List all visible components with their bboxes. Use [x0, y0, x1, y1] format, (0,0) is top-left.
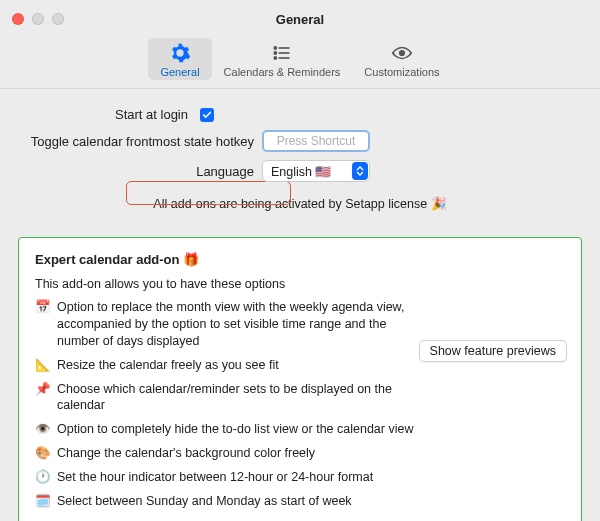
svg-point-0 [274, 47, 276, 49]
list-item: 🗓️Select between Sunday and Monday as st… [35, 493, 415, 510]
pin-icon: 📌 [35, 381, 51, 415]
show-feature-previews-button[interactable]: Show feature previews [419, 340, 567, 362]
svg-point-2 [274, 52, 276, 54]
general-settings-form: Start at login Toggle calendar frontmost… [0, 89, 600, 237]
eye-icon [391, 42, 413, 64]
gear-icon [169, 42, 191, 64]
window-titlebar: General [0, 0, 600, 38]
expert-addon-panel: Expert calendar add-on 🎁 This add-on all… [18, 237, 582, 521]
addon-intro: This add-on allows you to have these opt… [35, 277, 565, 291]
start-at-login-label: Start at login [24, 107, 196, 122]
list-item: 🕐Set the hour indicator between 12-hour … [35, 469, 415, 486]
hotkey-label: Toggle calendar frontmost state hotkey [24, 134, 262, 149]
tab-customizations[interactable]: Customizations [352, 38, 451, 80]
activation-status-text: All add-ons are being activated by Setap… [24, 190, 576, 229]
addon-title: Expert calendar add-on 🎁 [35, 252, 565, 267]
prefs-toolbar: General Calendars & Reminders Customizat… [0, 38, 600, 89]
clock-icon: 🕐 [35, 469, 51, 486]
language-label: Language [24, 164, 262, 179]
eye-icon: 👁️ [35, 421, 51, 438]
chevron-updown-icon [352, 162, 368, 180]
svg-point-6 [400, 51, 405, 56]
svg-point-4 [274, 57, 276, 59]
language-select[interactable]: English 🇺🇸 [262, 160, 370, 182]
calendar-icon: 🗓️ [35, 493, 51, 510]
list-item: 🎨Change the calendar's background color … [35, 445, 415, 462]
hotkey-input[interactable]: Press Shortcut [262, 130, 370, 152]
ruler-icon: 📐 [35, 357, 51, 374]
tab-label: General [160, 66, 199, 78]
tab-label: Calendars & Reminders [224, 66, 341, 78]
start-at-login-checkbox[interactable] [200, 108, 214, 122]
language-value: English 🇺🇸 [271, 164, 331, 179]
list-item: 📌Choose which calendar/reminder sets to … [35, 381, 415, 415]
list-icon [272, 42, 292, 64]
list-item: 👁️Option to completely hide the to-do li… [35, 421, 415, 438]
addon-feature-list: 📅Option to replace the month view with t… [35, 299, 565, 510]
tab-label: Customizations [364, 66, 439, 78]
palette-icon: 🎨 [35, 445, 51, 462]
list-item: 📐Resize the calendar freely as you see f… [35, 357, 415, 374]
tab-calendars-reminders[interactable]: Calendars & Reminders [212, 38, 353, 80]
tab-general[interactable]: General [148, 38, 211, 80]
list-item: 📅Option to replace the month view with t… [35, 299, 415, 350]
calendar-icon: 📅 [35, 299, 51, 350]
window-title: General [0, 12, 600, 27]
